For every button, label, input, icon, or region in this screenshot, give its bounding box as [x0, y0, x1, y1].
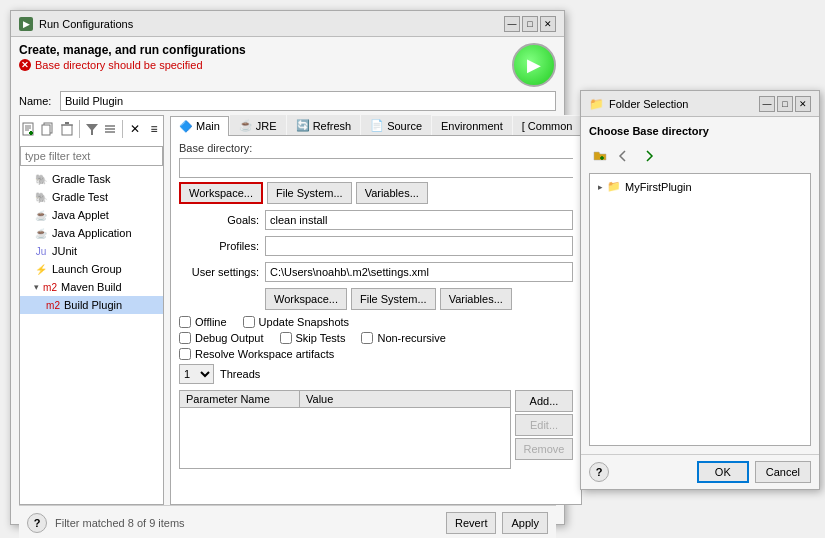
folder-maximize-button[interactable]: □: [777, 96, 793, 112]
non-recursive-checkbox[interactable]: [361, 332, 373, 344]
run-config-dialog: ▶ Run Configurations — □ ✕ Create, manag…: [10, 10, 565, 525]
variables-button-1[interactable]: Variables...: [356, 182, 428, 204]
base-dir-input[interactable]: [179, 158, 573, 178]
duplicate-config-button[interactable]: [39, 118, 57, 140]
folder-tree: ▸ 📁 MyFirstPlugin: [589, 173, 811, 446]
folder-tree-label: MyFirstPlugin: [625, 181, 692, 193]
remove-param-button[interactable]: Remove: [515, 438, 574, 460]
header-error: ✕ Base directory should be specified: [19, 59, 246, 71]
non-recursive-checkbox-item[interactable]: Non-recursive: [361, 332, 445, 344]
name-row: Name:: [19, 91, 556, 111]
name-input[interactable]: [60, 91, 556, 111]
file-system-button-1[interactable]: File System...: [267, 182, 352, 204]
threads-label: Threads: [220, 368, 260, 380]
offline-checkbox-item[interactable]: Offline: [179, 316, 227, 328]
folder-cancel-button[interactable]: Cancel: [755, 461, 811, 483]
resolve-workspace-checkbox-item[interactable]: Resolve Workspace artifacts: [179, 348, 334, 360]
delete-x-button[interactable]: ✕: [126, 118, 144, 140]
tree-item-build-plugin[interactable]: m2 Build Plugin: [20, 296, 163, 314]
run-button[interactable]: ▶: [512, 43, 556, 87]
tab-source[interactable]: 📄 Source: [361, 115, 431, 135]
resolve-workspace-label: Resolve Workspace artifacts: [195, 348, 334, 360]
skip-tests-label: Skip Tests: [296, 332, 346, 344]
tree-item-maven-build[interactable]: ▾ m2 Maven Build: [20, 278, 163, 296]
tab-common-label: Common: [528, 120, 573, 132]
goals-input[interactable]: [265, 210, 573, 230]
workspace-button-2[interactable]: Workspace...: [265, 288, 347, 310]
folder-minimize-button[interactable]: —: [759, 96, 775, 112]
threads-select[interactable]: 1 2 4: [179, 364, 214, 384]
tab-environment[interactable]: Environment: [432, 116, 512, 135]
update-snapshots-checkbox-item[interactable]: Update Snapshots: [243, 316, 350, 328]
user-settings-label: User settings:: [179, 266, 259, 278]
tree-item-java-applet[interactable]: ☕ Java Applet: [20, 206, 163, 224]
skip-tests-checkbox[interactable]: [280, 332, 292, 344]
skip-tests-checkbox-item[interactable]: Skip Tests: [280, 332, 346, 344]
build-plugin-icon: m2: [46, 298, 60, 312]
folder-back-button[interactable]: [613, 145, 635, 167]
resolve-workspace-checkbox[interactable]: [179, 348, 191, 360]
folder-ok-button[interactable]: OK: [697, 461, 749, 483]
maximize-button[interactable]: □: [522, 16, 538, 32]
folder-new-button[interactable]: [589, 145, 611, 167]
filter-input[interactable]: [20, 146, 163, 166]
filter-icon-button[interactable]: ≡: [145, 118, 163, 140]
gradle-test-icon: 🐘: [34, 190, 48, 204]
tree-item-launch-group[interactable]: ⚡ Launch Group: [20, 260, 163, 278]
name-label: Name:: [19, 95, 54, 107]
non-recursive-label: Non-recursive: [377, 332, 445, 344]
filter-status: Filter matched 8 of 9 items: [55, 517, 185, 529]
add-param-button[interactable]: Add...: [515, 390, 574, 412]
maven-label: Maven Build: [61, 281, 122, 293]
delete-config-button[interactable]: [58, 118, 76, 140]
minimize-button[interactable]: —: [504, 16, 520, 32]
base-dir-label: Base directory:: [179, 142, 573, 154]
launch-group-label: Launch Group: [52, 263, 122, 275]
launch-group-icon: ⚡: [34, 262, 48, 276]
table-body: [180, 408, 510, 468]
variables-button-2[interactable]: Variables...: [440, 288, 512, 310]
revert-button[interactable]: Revert: [446, 512, 496, 534]
collapse-all-button[interactable]: [101, 118, 119, 140]
help-button[interactable]: ?: [27, 513, 47, 533]
folder-forward-button[interactable]: [637, 145, 659, 167]
close-button[interactable]: ✕: [540, 16, 556, 32]
debug-output-checkbox[interactable]: [179, 332, 191, 344]
profiles-input[interactable]: [265, 236, 573, 256]
java-applet-icon: ☕: [34, 208, 48, 222]
tree-item-gradle-test[interactable]: 🐘 Gradle Test: [20, 188, 163, 206]
goals-row: Goals:: [179, 210, 573, 230]
debug-output-checkbox-item[interactable]: Debug Output: [179, 332, 264, 344]
tab-source-label: Source: [387, 120, 422, 132]
svg-rect-7: [42, 125, 50, 135]
folder-tree-root[interactable]: ▸ 📁 MyFirstPlugin: [594, 178, 806, 196]
edit-param-button[interactable]: Edit...: [515, 414, 574, 436]
filter-config-button[interactable]: [83, 118, 101, 140]
apply-button[interactable]: Apply: [502, 512, 548, 534]
base-dir-section: Base directory: Workspace... File System…: [179, 142, 573, 204]
offline-checkbox[interactable]: [179, 316, 191, 328]
threads-row: 1 2 4 Threads: [179, 364, 573, 384]
tree-item-junit[interactable]: Ju JUnit: [20, 242, 163, 260]
tree-item-java-application[interactable]: ☕ Java Application: [20, 224, 163, 242]
update-snapshots-checkbox[interactable]: [243, 316, 255, 328]
tree-item-gradle-task[interactable]: 🐘 Gradle Task: [20, 170, 163, 188]
java-app-label: Java Application: [52, 227, 132, 239]
tab-refresh-label: Refresh: [313, 120, 352, 132]
folder-help-button[interactable]: ?: [589, 462, 609, 482]
dialog-header-title: Create, manage, and run configurations: [19, 43, 246, 57]
folder-close-button[interactable]: ✕: [795, 96, 811, 112]
folder-choose-label: Choose Base directory: [589, 125, 811, 137]
tab-refresh[interactable]: 🔄 Refresh: [287, 115, 361, 135]
tab-common[interactable]: [ Common: [513, 116, 582, 135]
profiles-label: Profiles:: [179, 240, 259, 252]
tab-main[interactable]: 🔷 Main: [170, 116, 229, 136]
tab-jre[interactable]: ☕ JRE: [230, 115, 286, 135]
file-system-button-2[interactable]: File System...: [351, 288, 436, 310]
run-config-title-icon: ▶: [19, 17, 33, 31]
user-settings-input[interactable]: [265, 262, 573, 282]
tree-panel: ✕ ≡ 🐘 Gradle Task 🐘 Gradle Test ☕ Java A…: [19, 115, 164, 505]
parameter-table: Parameter Name Value: [179, 390, 511, 469]
workspace-button-1[interactable]: Workspace...: [179, 182, 263, 204]
new-config-button[interactable]: [20, 118, 38, 140]
